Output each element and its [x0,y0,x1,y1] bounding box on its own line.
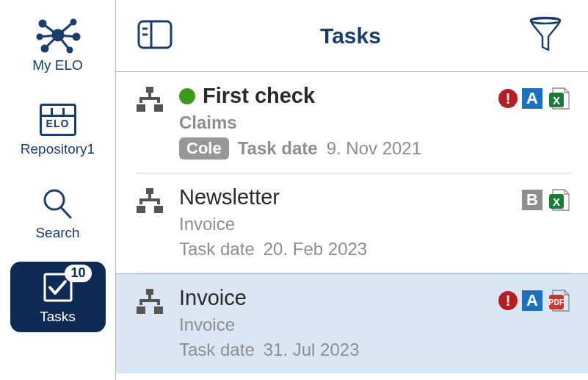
nav-repository[interactable]: ELO Repository1 [10,94,106,165]
xlsx-file-icon: X [547,188,570,212]
task-title: First check [203,84,315,108]
task-subtitle: Invoice [179,315,498,335]
svg-rect-28 [146,188,153,194]
priority-badge: A [522,88,542,109]
svg-point-4 [71,20,76,24]
nav-my-elo[interactable]: My ELO [10,10,106,81]
task-date-value: 9. Nov 2021 [327,138,421,159]
search-icon [41,185,75,222]
svg-rect-36 [148,295,151,299]
xlsx-file-icon: X [547,87,570,110]
alert-icon: ! [498,89,518,108]
svg-point-20 [531,18,560,24]
svg-line-14 [61,207,70,218]
svg-rect-26 [137,104,145,112]
nav-label: Tasks [40,309,76,325]
task-subtitle: Invoice [179,214,522,234]
workflow-icon [137,286,166,317]
assignee-chip: Cole [179,137,229,159]
svg-rect-40 [137,306,145,314]
task-row[interactable]: Invoice Invoice Task date 31. Jul 2023 !… [116,273,588,373]
svg-rect-24 [139,97,142,103]
nav-tasks[interactable]: 10 Tasks [10,262,106,332]
tasks-icon: 10 [40,269,76,306]
task-row[interactable]: Newsletter Invoice Task date 20. Feb 202… [137,173,570,273]
svg-rect-32 [157,198,160,204]
svg-rect-37 [139,299,160,302]
svg-rect-38 [139,299,142,305]
svg-point-2 [40,21,46,26]
svg-point-12 [37,35,42,39]
funnel-icon [528,16,563,53]
svg-rect-23 [139,97,160,100]
svg-rect-41 [154,306,163,314]
task-date-value: 20. Feb 2023 [264,239,367,259]
task-date-label: Task date [179,239,255,259]
nav-label: Search [35,225,79,241]
task-date-label: Task date [238,138,318,159]
svg-rect-21 [146,87,153,93]
svg-point-6 [73,34,79,40]
svg-rect-22 [148,93,151,97]
svg-rect-30 [139,198,160,201]
sidebar-toggle-button[interactable] [137,19,173,53]
svg-rect-34 [154,206,163,213]
svg-rect-35 [146,289,153,295]
task-date-label: Task date [179,340,255,360]
nav-label: My ELO [32,57,83,74]
repository-icon: ELO [40,101,76,138]
task-row[interactable]: First check Claims Cole Task date 9. Nov… [137,72,570,173]
workflow-icon [137,84,166,115]
task-title: Newsletter [179,185,280,209]
task-title: Invoice [179,286,247,310]
svg-rect-39 [157,299,160,305]
nav-label: Repository1 [21,141,95,157]
sidebar: My ELO ELO Repository1 Search [0,0,116,380]
hub-icon [35,18,81,54]
svg-point-8 [68,48,72,52]
tasks-count-badge: 10 [65,265,91,282]
svg-point-10 [42,46,48,51]
svg-rect-29 [148,194,151,198]
page-title: Tasks [320,24,381,49]
filter-button[interactable] [528,16,563,56]
priority-dot-icon [179,88,195,104]
priority-badge: B [522,190,542,210]
svg-rect-33 [137,206,145,213]
nav-search[interactable]: Search [10,178,106,248]
priority-badge: A [522,290,542,311]
svg-rect-25 [157,97,160,103]
workflow-icon [137,185,166,216]
task-subtitle: Claims [179,112,498,133]
svg-rect-27 [154,104,163,112]
panel-icon [137,19,173,50]
svg-rect-31 [139,198,142,204]
pdf-file-icon: PDF [547,289,570,312]
task-date-value: 31. Jul 2023 [264,340,360,360]
task-list: First check Claims Cole Task date 9. Nov… [116,72,588,380]
topbar: Tasks [116,0,588,72]
main-panel: Tasks [116,0,588,380]
alert-icon: ! [498,291,518,310]
